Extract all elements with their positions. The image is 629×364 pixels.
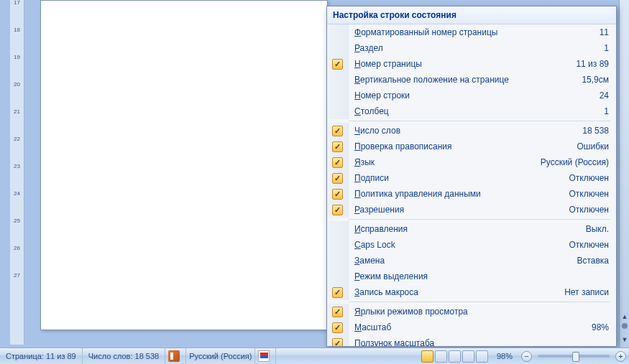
menu-item[interactable]: ✓ПодписиОтключен [327,170,616,186]
vertical-scrollbar[interactable]: ▲ ▼ [619,0,629,347]
menu-item[interactable]: ✓Запись макросаНет записи [327,284,616,300]
check-icon: ✓ [332,205,343,215]
menu-item[interactable]: ✓Масштаб98% [327,319,616,335]
book-icon [168,350,180,362]
check-icon: ✓ [332,287,343,298]
menu-item-label: Язык [349,157,535,167]
view-buttons [418,348,491,364]
scroll-up-icon[interactable]: ▲ [621,313,628,320]
menu-item-check-column: ✓ [327,139,349,154]
menu-item-label: Число слов [349,126,577,136]
menu-item-value: Отключен [563,173,609,183]
view-web-button[interactable] [449,350,461,363]
check-icon: ✓ [332,338,343,347]
menu-item-check-column: ✓ [327,56,349,72]
record-macro-icon [258,350,270,362]
menu-item[interactable]: Столбец1 [327,103,616,119]
menu-item-value: 11 из 89 [570,59,609,69]
zoom-out-button[interactable]: − [521,351,532,362]
menu-item[interactable]: ✓Ползунок масштаба [327,335,616,346]
menu-item[interactable]: ✓ЯзыкРусский (Россия) [327,154,616,170]
status-spellcheck[interactable] [165,348,186,364]
menu-item-label: Caps Lock [349,240,563,250]
status-page[interactable]: Страница: 11 из 89 [0,348,83,364]
status-word-count[interactable]: Число слов: 18 538 [83,348,165,364]
zoom-in-button[interactable]: + [615,351,626,362]
menu-item-check-column [327,269,349,284]
menu-item[interactable]: ✓РазрешенияОтключен [327,202,616,218]
menu-item-check-column: ✓ [327,123,349,139]
menu-item-label: Ползунок масштаба [349,338,603,346]
menu-item-check-column: ✓ [327,186,349,202]
view-print-layout-button[interactable] [421,350,433,363]
check-icon: ✓ [332,189,343,200]
menu-item[interactable]: Форматированный номер страницы11 [327,24,616,40]
menu-item-value: 1 [598,106,609,116]
scroll-thumb[interactable] [622,323,628,329]
zoom-track[interactable] [538,355,610,358]
menu-item[interactable]: ✓Номер страницы11 из 89 [327,56,616,72]
scroll-down-icon[interactable]: ▼ [621,336,628,343]
menu-item-value: 11 [594,27,609,37]
check-icon: ✓ [332,157,343,168]
menu-item-check-column: ✓ [327,170,349,186]
menu-item-label: Столбец [349,106,598,116]
menu-item-check-column [327,237,349,253]
menu-item[interactable]: Режим выделения [327,269,616,284]
menu-item-value: 18 538 [577,126,609,136]
menu-item-value: Ошибки [571,141,610,151]
zoom-level[interactable]: 98% [491,348,518,364]
menu-item-check-column [327,253,349,269]
vertical-ruler: 1718192021222324252627 [10,0,24,345]
menu-item-check-column: ✓ [327,304,349,319]
menu-item-label: Вертикальное положение на странице [349,75,576,85]
menu-item[interactable]: ✓Политика управления даннымиОтключен [327,186,616,202]
check-icon: ✓ [332,141,343,152]
menu-item-check-column: ✓ [327,284,349,300]
status-macro[interactable] [255,348,276,364]
view-draft-button[interactable] [476,350,488,363]
menu-item[interactable]: ЗаменаВставка [327,253,616,269]
menu-item-label: Политика управления данными [349,189,563,199]
menu-item[interactable]: Caps LockОтключен [327,237,616,253]
menu-item[interactable]: Номер строки24 [327,88,616,103]
menu-item[interactable]: Вертикальное положение на странице15,9см [327,72,616,88]
menu-item-label: Форматированный номер страницы [349,27,594,37]
view-outline-button[interactable] [462,350,474,363]
menu-item-check-column [327,40,349,56]
menu-item[interactable]: ИсправленияВыкл. [327,221,616,237]
view-fullscreen-button[interactable] [435,350,447,363]
menu-item-check-column [327,24,349,40]
menu-item-label: Номер строки [349,90,594,101]
menu-item-check-column: ✓ [327,335,349,346]
menu-item[interactable]: Раздел1 [327,40,616,56]
menu-item-label: Разрешения [349,205,563,215]
menu-item[interactable]: ✓Проверка правописанияОшибки [327,139,616,154]
menu-item-value: Отключен [563,189,609,199]
menu-item[interactable]: ✓Ярлыки режимов просмотра [327,304,616,319]
status-bar: Страница: 11 из 89 Число слов: 18 538 Ру… [0,347,629,364]
menu-item-value: Отключен [563,240,609,250]
menu-item-label: Замена [349,256,571,266]
status-language[interactable]: Русский (Россия) [186,348,255,364]
menu-item-label: Исправления [349,224,580,234]
menu-item-value: 24 [594,90,609,101]
menu-separator [349,121,610,121]
menu-title: Настройка строки состояния [327,6,616,24]
menu-item-value: Нет записи [559,287,609,297]
menu-item-value: 15,9см [576,75,609,85]
menu-item-value: 1 [598,43,609,53]
menu-item-label: Раздел [349,43,598,53]
menu-item-check-column [327,221,349,237]
menu-item-check-column: ✓ [327,202,349,218]
menu-item-check-column: ✓ [327,319,349,335]
menu-item-value: Вставка [571,256,609,266]
menu-item-label: Режим выделения [349,271,603,281]
menu-item[interactable]: ✓Число слов18 538 [327,123,616,139]
menu-item-value: Выкл. [580,224,609,234]
menu-item-label: Масштаб [349,322,586,332]
menu-item-value: Отключен [563,205,609,215]
menu-item-label: Номер страницы [349,59,570,69]
menu-item-label: Подписи [349,173,563,183]
document-page[interactable] [40,0,328,330]
